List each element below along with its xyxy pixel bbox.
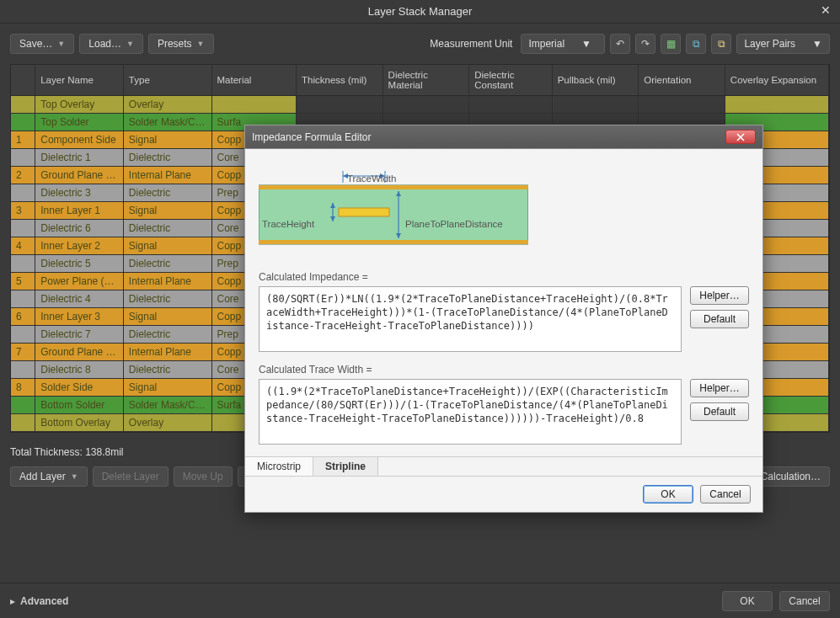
table-cell[interactable]: Bottom Overlay xyxy=(35,414,124,432)
table-cell[interactable]: Overlay xyxy=(123,96,211,114)
table-cell[interactable]: Dielectric 7 xyxy=(35,326,124,344)
column-header[interactable]: Material xyxy=(211,65,297,96)
measurement-select[interactable]: Imperial▼ xyxy=(521,34,605,54)
table-cell[interactable] xyxy=(11,326,35,344)
table-cell[interactable]: Dielectric 1 xyxy=(35,149,124,167)
table-cell[interactable]: 4 xyxy=(11,237,35,255)
column-header[interactable]: Coverlay Expansion xyxy=(725,65,828,96)
cancel-button[interactable]: Cancel xyxy=(779,591,830,611)
table-cell[interactable]: Dielectric xyxy=(123,184,211,202)
table-cell[interactable]: Component Side xyxy=(35,131,124,149)
table-cell[interactable] xyxy=(11,149,35,167)
width-default-button[interactable]: Default xyxy=(690,402,749,421)
table-cell[interactable] xyxy=(11,290,35,308)
table-cell[interactable]: Dielectric 8 xyxy=(35,361,124,379)
table-cell[interactable]: Internal Plane xyxy=(123,167,211,184)
move-up-button[interactable]: Move Up xyxy=(174,466,233,487)
table-cell[interactable] xyxy=(725,96,828,114)
table-cell[interactable]: 5 xyxy=(11,273,35,290)
table-cell[interactable] xyxy=(469,96,552,114)
add-layer-button[interactable]: Add Layer▼ xyxy=(10,466,88,487)
copy-icon[interactable]: ⧉ xyxy=(686,34,706,54)
table-cell[interactable]: 3 xyxy=(11,202,35,220)
table-cell[interactable] xyxy=(383,96,469,114)
table-cell[interactable]: Overlay xyxy=(123,414,211,432)
table-cell[interactable]: Power Plane (VC… xyxy=(35,273,124,290)
tab-stripline[interactable]: Stripline xyxy=(313,457,378,476)
column-header[interactable]: Dielectric Constant xyxy=(469,65,552,96)
table-cell[interactable] xyxy=(11,397,35,414)
table-cell[interactable]: Top Solder xyxy=(35,114,124,131)
dialog-close-icon[interactable] xyxy=(725,130,756,144)
width-helper-button[interactable]: Helper… xyxy=(690,379,749,397)
table-cell[interactable] xyxy=(11,114,35,131)
table-cell[interactable]: Top Overlay xyxy=(35,96,124,114)
dialog-ok-button[interactable]: OK xyxy=(643,485,693,503)
table-cell[interactable]: 1 xyxy=(11,131,35,149)
table-cell[interactable] xyxy=(11,255,35,273)
table-cell[interactable] xyxy=(552,96,639,114)
table-cell[interactable]: Dielectric xyxy=(123,290,211,308)
table-cell[interactable]: Dielectric 3 xyxy=(35,184,124,202)
paste-icon[interactable]: ⧉ xyxy=(711,34,731,54)
table-cell[interactable]: Signal xyxy=(123,202,211,220)
table-cell[interactable]: Ground Plane 2 … xyxy=(35,344,124,361)
table-cell[interactable]: Ground Plane 1 … xyxy=(35,167,124,184)
column-header[interactable]: Dielectric Material xyxy=(383,65,469,96)
advanced-toggle[interactable]: ▸ Advanced xyxy=(10,595,68,607)
table-cell[interactable]: Dielectric 5 xyxy=(35,255,124,273)
table-cell[interactable]: Internal Plane xyxy=(123,344,211,361)
tab-microstrip[interactable]: Microstrip xyxy=(245,457,313,476)
column-header[interactable] xyxy=(11,65,35,96)
dialog-titlebar[interactable]: Impedance Formula Editor xyxy=(245,125,762,149)
impedance-helper-button[interactable]: Helper… xyxy=(690,286,749,305)
table-cell[interactable]: Dielectric xyxy=(123,326,211,344)
table-cell[interactable] xyxy=(11,96,35,114)
table-cell[interactable]: Bottom Solder xyxy=(35,397,124,414)
layer-pairs-select[interactable]: Layer Pairs▼ xyxy=(736,34,830,54)
table-cell[interactable]: Solder Side xyxy=(35,379,124,397)
table-cell[interactable] xyxy=(11,361,35,379)
table-cell[interactable]: Inner Layer 3 xyxy=(35,308,124,326)
table-cell[interactable] xyxy=(11,184,35,202)
table-cell[interactable]: Solder Mask/Co… xyxy=(123,114,211,131)
table-cell[interactable] xyxy=(11,414,35,432)
column-header[interactable]: Thickness (mil) xyxy=(297,65,383,96)
table-cell[interactable]: Signal xyxy=(123,237,211,255)
table-cell[interactable]: Internal Plane xyxy=(123,273,211,290)
table-cell[interactable]: Signal xyxy=(123,308,211,326)
table-cell[interactable] xyxy=(11,220,35,237)
table-cell[interactable] xyxy=(297,96,383,114)
table-cell[interactable]: Dielectric xyxy=(123,361,211,379)
dialog-cancel-button[interactable]: Cancel xyxy=(700,485,751,503)
table-cell[interactable] xyxy=(639,96,725,114)
table-cell[interactable]: Signal xyxy=(123,379,211,397)
impedance-default-button[interactable]: Default xyxy=(690,310,749,328)
sheet-icon[interactable]: ▦ xyxy=(661,34,681,54)
load-button[interactable]: Load…▼ xyxy=(79,34,143,54)
table-cell[interactable]: Solder Mask/Co… xyxy=(123,397,211,414)
table-cell[interactable]: 2 xyxy=(11,167,35,184)
table-cell[interactable]: Inner Layer 1 xyxy=(35,202,124,220)
table-cell[interactable]: Dielectric xyxy=(123,220,211,237)
table-cell[interactable] xyxy=(211,96,297,114)
save-button[interactable]: Save…▼ xyxy=(10,34,74,54)
table-cell[interactable]: 8 xyxy=(11,379,35,397)
calc-width-input[interactable]: ((1.9*(2*TraceToPlaneDistance+TraceHeigh… xyxy=(259,379,682,445)
calc-impedance-input[interactable]: (80/SQRT(Er))*LN((1.9*(2*TraceToPlaneDis… xyxy=(259,286,682,352)
redo-icon[interactable]: ↷ xyxy=(635,34,655,54)
column-header[interactable]: Layer Name xyxy=(35,65,124,96)
delete-layer-button[interactable]: Delete Layer xyxy=(93,466,169,487)
table-cell[interactable]: Inner Layer 2 xyxy=(35,237,124,255)
column-header[interactable]: Type xyxy=(123,65,211,96)
column-header[interactable]: Pullback (mil) xyxy=(552,65,639,96)
close-icon[interactable]: ✕ xyxy=(818,3,833,19)
table-cell[interactable]: Dielectric xyxy=(123,255,211,273)
undo-icon[interactable]: ↶ xyxy=(610,34,630,54)
table-cell[interactable]: Dielectric 6 xyxy=(35,220,124,237)
table-cell[interactable]: 7 xyxy=(11,344,35,361)
presets-button[interactable]: Presets▼ xyxy=(148,34,214,54)
table-cell[interactable]: Dielectric 4 xyxy=(35,290,124,308)
table-cell[interactable]: Dielectric xyxy=(123,149,211,167)
table-cell[interactable]: Signal xyxy=(123,131,211,149)
